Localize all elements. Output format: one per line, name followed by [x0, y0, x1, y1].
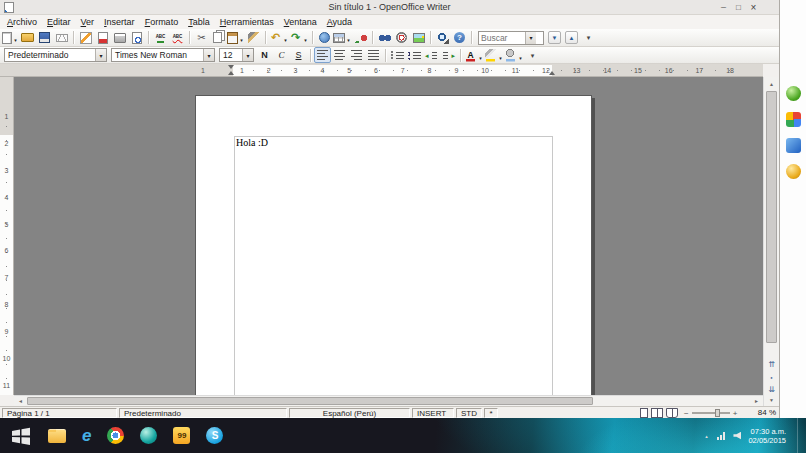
zoom-percentage[interactable]: 84 % [744, 408, 776, 417]
open-button[interactable] [19, 30, 36, 46]
toolbar-options-button[interactable]: ▾ [524, 47, 541, 63]
email-button[interactable] [53, 30, 70, 46]
horizontal-ruler[interactable]: 123456789101112131415161718 1 [0, 64, 763, 77]
underline-button[interactable]: S [290, 47, 307, 63]
language-status[interactable]: Español (Perú) [289, 408, 410, 418]
menu-item[interactable]: Ver [76, 16, 100, 28]
skype-icon[interactable]: S [206, 427, 223, 444]
background-color-button[interactable] [504, 47, 524, 63]
dropdown-arrow-icon[interactable] [345, 30, 352, 45]
first-line-indent-marker[interactable] [228, 65, 234, 69]
horizontal-scrollbar[interactable] [14, 395, 763, 406]
dropdown-arrow-icon[interactable] [497, 48, 504, 63]
help-button[interactable]: ? [451, 30, 468, 46]
zoom-in-button[interactable] [733, 409, 738, 418]
zoom-slider-track[interactable] [692, 412, 730, 414]
spelling-button[interactable]: ABC [152, 30, 169, 46]
internet-explorer-icon[interactable]: e [82, 426, 91, 446]
find-next-button[interactable]: ▼ [546, 30, 563, 46]
menu-item[interactable]: Editar [42, 16, 76, 28]
gallery-button[interactable] [410, 30, 427, 46]
minimize-button[interactable] [716, 1, 731, 13]
zoom-out-button[interactable] [684, 409, 689, 418]
navigator-button[interactable] [393, 30, 410, 46]
desktop-blue-app-icon[interactable] [786, 138, 801, 153]
italic-button[interactable]: C [273, 47, 290, 63]
increase-indent-button[interactable]: ▸ [440, 47, 457, 63]
dropdown-arrow-icon[interactable] [517, 48, 524, 63]
menu-item[interactable]: Herramientas [215, 16, 279, 28]
hidden-icons-chevron-icon[interactable] [702, 433, 710, 439]
dropdown-arrow-icon[interactable] [302, 30, 309, 45]
find-replace-button[interactable] [376, 30, 393, 46]
toolbar-options-button[interactable]: ▾ [580, 30, 597, 46]
vertical-scroll-thumb[interactable] [766, 91, 777, 343]
file-explorer-icon[interactable] [48, 429, 66, 443]
document-page[interactable]: Hola :D [195, 95, 592, 395]
numbered-list-button[interactable] [389, 47, 406, 63]
undo-button[interactable]: ↶ [269, 30, 289, 46]
find-previous-button[interactable]: ▲ [563, 30, 580, 46]
align-center-button[interactable] [331, 47, 348, 63]
font-name-combobox[interactable]: Times New Roman [111, 48, 215, 62]
dropdown-arrow-icon[interactable] [282, 30, 289, 45]
dropdown-arrow-icon[interactable] [12, 30, 19, 45]
selection-mode-status[interactable]: STD [456, 408, 482, 418]
menu-item[interactable]: Formato [140, 16, 184, 28]
app-99-icon[interactable]: 99 [173, 427, 190, 444]
print-button[interactable] [111, 30, 128, 46]
page-style-status[interactable]: Predeterminado [119, 408, 287, 418]
desktop-colorwheel-icon[interactable] [786, 112, 801, 127]
redo-button[interactable]: ↷ [289, 30, 309, 46]
size-dropdown-button[interactable] [242, 49, 253, 61]
titlebar[interactable]: Sin título 1 - OpenOffice Writer [0, 0, 779, 15]
scroll-down-button[interactable] [764, 393, 779, 406]
desktop-green-sphere-icon[interactable] [786, 86, 801, 101]
search-dropdown-button[interactable] [525, 32, 536, 44]
hyperlink-button[interactable] [316, 30, 333, 46]
document-text[interactable]: Hola :D [236, 137, 268, 148]
page-preview-button[interactable] [128, 30, 145, 46]
previous-page-button[interactable] [764, 358, 779, 371]
left-indent-marker[interactable] [228, 71, 234, 75]
teal-app-icon[interactable] [140, 427, 157, 444]
insert-mode-status[interactable]: INSERT [412, 408, 454, 418]
bold-button[interactable]: N [256, 47, 273, 63]
insert-table-button[interactable] [333, 30, 352, 46]
start-button[interactable] [10, 426, 32, 446]
copy-button[interactable] [210, 30, 227, 46]
style-dropdown-button[interactable] [95, 49, 106, 61]
volume-icon[interactable] [733, 432, 741, 440]
horizontal-scroll-thumb[interactable] [27, 397, 593, 405]
menu-item[interactable]: Insertar [99, 16, 140, 28]
network-icon[interactable] [717, 432, 726, 440]
multi-page-view-icon[interactable] [651, 408, 663, 418]
book-view-icon[interactable] [666, 408, 678, 418]
highlighting-button[interactable] [484, 47, 504, 63]
dropdown-arrow-icon[interactable] [238, 30, 245, 45]
close-button[interactable] [746, 1, 761, 13]
zoom-slider-thumb[interactable] [715, 409, 720, 417]
export-pdf-button[interactable] [94, 30, 111, 46]
menu-item[interactable]: Archivo [2, 16, 42, 28]
align-right-button[interactable] [348, 47, 365, 63]
taskbar-clock[interactable]: 07:30 a.m. 02/05/2015 [748, 427, 786, 445]
edit-file-button[interactable] [77, 30, 94, 46]
align-justify-button[interactable] [365, 47, 382, 63]
font-size-combobox[interactable]: 12 [219, 48, 254, 62]
cut-button[interactable]: ✂ [193, 30, 210, 46]
font-color-button[interactable]: A [464, 47, 484, 63]
menu-item[interactable]: Tabla [183, 16, 215, 28]
page-number-status[interactable]: Página 1 / 1 [2, 408, 117, 418]
bullet-list-button[interactable] [406, 47, 423, 63]
align-left-button[interactable] [314, 47, 331, 63]
right-indent-marker[interactable] [549, 71, 555, 75]
vertical-ruler[interactable]: 1234567891011 [0, 77, 14, 395]
menu-item[interactable]: Ayuda [322, 16, 357, 28]
new-document-button[interactable] [2, 30, 19, 46]
chrome-icon[interactable] [107, 427, 124, 444]
show-desktop-button[interactable] [797, 418, 802, 453]
save-button[interactable] [36, 30, 53, 46]
desktop-gold-sphere-icon[interactable] [786, 164, 801, 179]
format-paintbrush-button[interactable] [245, 30, 262, 46]
